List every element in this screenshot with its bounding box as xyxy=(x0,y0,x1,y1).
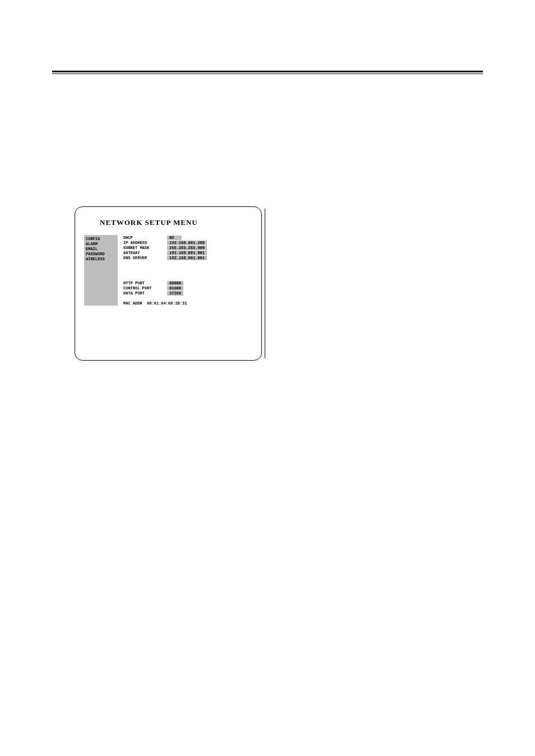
screen-body: CONFIG ALARM EMAIL PASSWORD WIRELESS DHC… xyxy=(84,235,257,306)
row-ip: IP ADDRESS 192.168.001.200 xyxy=(123,240,207,245)
spacer xyxy=(123,260,207,280)
label-gateway: GATEWAY xyxy=(123,251,167,255)
label-dhcp: DHCP xyxy=(123,236,167,240)
row-dns: DNS SERVER 192.168.001.001 xyxy=(123,255,207,260)
label-dns: DNS SERVER xyxy=(123,256,167,260)
sidebar-item-wireless[interactable]: WIRELESS xyxy=(86,257,116,261)
value-dhcp[interactable]: NO xyxy=(167,236,182,240)
screen: NETWORK SETUP MENU CONFIG ALARM EMAIL PA… xyxy=(80,211,257,356)
main-panel: DHCP NO IP ADDRESS 192.168.001.200 SUBNE… xyxy=(123,235,207,306)
screen-title: NETWORK SETUP MENU xyxy=(100,218,257,227)
label-control: CONTROL PORT xyxy=(123,286,167,291)
row-subnet: SUBNET MASK 255.255.255.000 xyxy=(123,245,207,250)
horizontal-rule xyxy=(52,71,483,72)
sidebar-item-config[interactable]: CONFIG xyxy=(86,237,116,241)
sidebar-item-alarm[interactable]: ALARM xyxy=(86,242,116,246)
value-subnet[interactable]: 255.255.255.000 xyxy=(167,246,207,250)
sidebar: CONFIG ALARM EMAIL PASSWORD WIRELESS xyxy=(84,235,118,306)
page: NETWORK SETUP MENU CONFIG ALARM EMAIL PA… xyxy=(0,0,535,756)
value-dns[interactable]: 192.168.001.001 xyxy=(167,256,207,260)
row-mac: MAC ADDR 00:61:64:6D:2D:31 xyxy=(123,301,207,306)
label-mac: MAC ADDR xyxy=(123,301,142,306)
row-control: CONTROL PORT 01600 xyxy=(123,285,207,291)
row-gateway: GATEWAY 192.168.001.001 xyxy=(123,250,207,255)
value-http[interactable]: 00080 xyxy=(167,281,183,285)
value-control[interactable]: 01600 xyxy=(167,286,183,291)
label-subnet: SUBNET MASK xyxy=(123,246,167,250)
label-ip: IP ADDRESS xyxy=(123,241,167,245)
label-http: HTTP PORT xyxy=(123,281,167,285)
horizontal-rule-thin xyxy=(52,73,483,74)
sidebar-item-password[interactable]: PASSWORD xyxy=(86,252,116,256)
label-data: DATA PORT xyxy=(123,291,167,296)
value-gateway[interactable]: 192.168.001.001 xyxy=(167,251,207,255)
value-ip[interactable]: 192.168.001.200 xyxy=(167,241,207,245)
value-data[interactable]: 37260 xyxy=(167,291,183,296)
sidebar-item-email[interactable]: EMAIL xyxy=(86,247,116,251)
row-http: HTTP PORT 00080 xyxy=(123,280,207,285)
row-dhcp: DHCP NO xyxy=(123,235,207,240)
figure: NETWORK SETUP MENU CONFIG ALARM EMAIL PA… xyxy=(75,206,262,370)
monitor-shadow xyxy=(265,209,265,358)
monitor-frame: NETWORK SETUP MENU CONFIG ALARM EMAIL PA… xyxy=(75,206,262,361)
row-data: DATA PORT 37260 xyxy=(123,291,207,296)
value-mac: 00:61:64:6D:2D:31 xyxy=(147,301,187,306)
